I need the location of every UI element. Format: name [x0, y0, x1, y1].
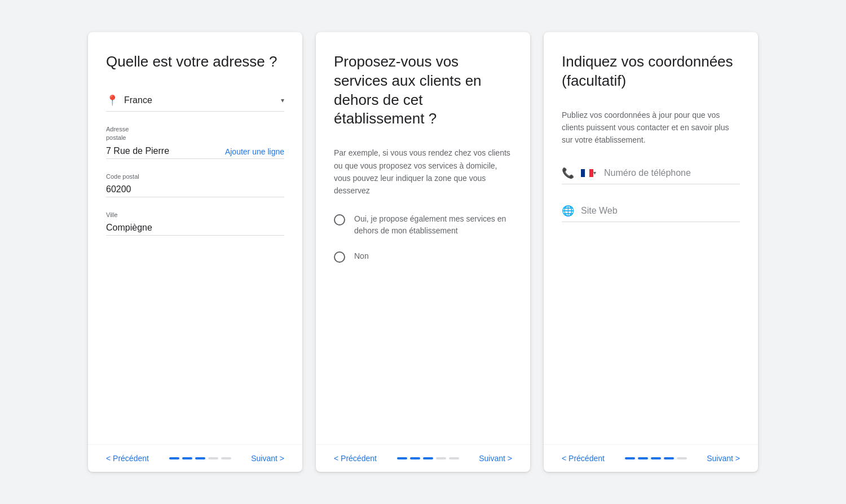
card-services: Proposez-vous vos services aux clients e… — [316, 32, 530, 472]
progress-dots-card1 — [169, 457, 231, 459]
add-line-button[interactable]: Ajouter une ligne — [225, 147, 284, 156]
prev-button-card3[interactable]: < Précédent — [562, 454, 605, 463]
progress-dots-card3 — [625, 457, 687, 459]
dot-5 — [449, 457, 459, 459]
card-address-content: Quelle est votre adresse ? 📍 France ▾ Ad… — [88, 32, 302, 444]
dot-5 — [221, 457, 231, 459]
card-services-content: Proposez-vous vos services aux clients e… — [316, 32, 530, 444]
country-select-value: France — [124, 95, 281, 105]
dot-5 — [677, 457, 687, 459]
card-services-footer: < Précédent Suivant > — [316, 444, 530, 472]
globe-icon: 🌐 — [562, 205, 574, 217]
next-button-card2[interactable]: Suivant > — [479, 454, 512, 463]
phone-icon: 📞 — [562, 167, 574, 179]
address-group: Adressepostale 7 Rue de Pierre Ajouter u… — [106, 125, 284, 159]
country-select-row[interactable]: 📍 France ▾ — [106, 90, 284, 112]
flag-container[interactable]: ▾ — [581, 169, 601, 177]
card-address-footer: < Précédent Suivant > — [88, 444, 302, 472]
card-contact-footer: < Précédent Suivant > — [544, 444, 758, 472]
radio-label-2: Non — [354, 250, 369, 262]
dot-2 — [638, 457, 648, 459]
address-label: Adressepostale — [106, 125, 284, 143]
card-contact-description: Publiez vos coordonnées à jour pour que … — [562, 109, 740, 147]
postal-group: Code postal 60200 — [106, 173, 284, 197]
chevron-down-icon: ▾ — [281, 96, 284, 104]
next-button-card3[interactable]: Suivant > — [707, 454, 740, 463]
website-placeholder: Site Web — [581, 206, 618, 216]
website-row[interactable]: 🌐 Site Web — [562, 200, 740, 222]
card-contact-title: Indiquez vos coordonnées (facultatif) — [562, 52, 740, 91]
dot-1 — [169, 457, 179, 459]
dot-1 — [397, 457, 407, 459]
radio-option-2[interactable]: Non — [334, 250, 512, 263]
next-button-card1[interactable]: Suivant > — [251, 454, 284, 463]
city-value[interactable]: Compiègne — [106, 223, 284, 236]
card-services-description: Par exemple, si vous vous rendez chez vo… — [334, 147, 512, 197]
postal-label: Code postal — [106, 173, 284, 181]
dot-4 — [208, 457, 218, 459]
dot-3 — [423, 457, 433, 459]
dot-3 — [651, 457, 661, 459]
card-services-title: Proposez-vous vos services aux clients e… — [334, 52, 512, 129]
radio-circle-2 — [334, 251, 345, 263]
address-value: 7 Rue de Pierre — [106, 146, 225, 156]
card-contact: Indiquez vos coordonnées (facultatif) Pu… — [544, 32, 758, 472]
radio-option-1[interactable]: Oui, je propose également mes services e… — [334, 213, 512, 237]
dot-4 — [664, 457, 674, 459]
radio-label-1: Oui, je propose également mes services e… — [354, 213, 512, 237]
location-icon: 📍 — [106, 94, 118, 107]
card-contact-content: Indiquez vos coordonnées (facultatif) Pu… — [544, 32, 758, 444]
phone-placeholder: Numéro de téléphone — [604, 168, 691, 178]
card-address-title: Quelle est votre adresse ? — [106, 52, 284, 72]
france-flag — [581, 169, 593, 177]
cards-container: Quelle est votre adresse ? 📍 France ▾ Ad… — [65, 10, 781, 494]
flag-chevron-icon: ▾ — [593, 170, 596, 176]
dot-2 — [182, 457, 192, 459]
prev-button-card2[interactable]: < Précédent — [334, 454, 377, 463]
dot-1 — [625, 457, 635, 459]
city-group: Ville Compiègne — [106, 211, 284, 236]
card-address: Quelle est votre adresse ? 📍 France ▾ Ad… — [88, 32, 302, 472]
prev-button-card1[interactable]: < Précédent — [106, 454, 149, 463]
city-label: Ville — [106, 211, 284, 219]
radio-circle-1 — [334, 214, 345, 226]
dot-3 — [195, 457, 205, 459]
postal-value[interactable]: 60200 — [106, 184, 284, 197]
progress-dots-card2 — [397, 457, 459, 459]
dot-4 — [436, 457, 446, 459]
address-row: 7 Rue de Pierre Ajouter une ligne — [106, 146, 284, 159]
phone-row[interactable]: 📞 ▾ Numéro de téléphone — [562, 162, 740, 184]
dot-2 — [410, 457, 420, 459]
